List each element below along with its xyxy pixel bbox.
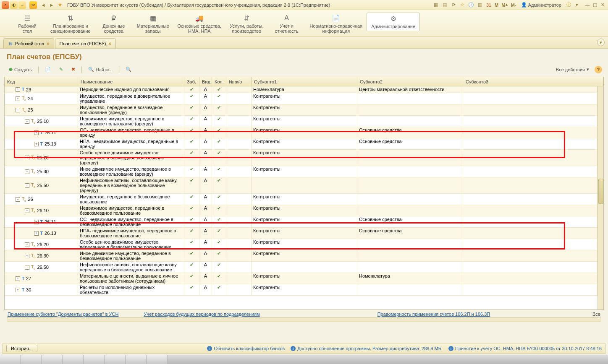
toolbar-item-2[interactable]: ₽Денежныесредства (95, 13, 133, 35)
table-row[interactable]: +T23Периодические издания для пользовани… (5, 86, 598, 93)
status-msg-3[interactable]: iПринятие к учету ОС, НМА, НПА БУ00-0000… (448, 346, 602, 351)
tool-icon-1[interactable]: ▦ (432, 1, 440, 9)
tab-chart-close[interactable]: × (108, 41, 111, 46)
col-sub1[interactable]: Субконто1 (252, 77, 357, 86)
col-zab[interactable]: Заб. (184, 77, 199, 86)
link-subkonto[interactable]: Применение субконто "Документы расчетов"… (8, 312, 118, 317)
info-dd-icon[interactable]: ▾ (573, 1, 581, 9)
link-all[interactable]: Все (592, 312, 600, 317)
help-button[interactable]: ? (595, 66, 602, 73)
tree-expander[interactable]: − (16, 197, 20, 202)
link-accounts-106[interactable]: Правомерность применения счетов 106.2П и… (377, 312, 490, 317)
tree-expander[interactable]: + (25, 169, 29, 174)
col-name[interactable]: Наименование (78, 77, 184, 86)
table-row[interactable]: +T25.11ОС- недвижимое имущество, передан… (5, 127, 598, 138)
tree-expander[interactable]: + (25, 265, 29, 270)
table-row[interactable]: +To25.20Особо ценное движимое имущество,… (5, 150, 598, 166)
grid-body[interactable]: +T23Периодические издания для пользовани… (5, 86, 598, 309)
nav-back-icon[interactable]: ◄ (39, 1, 47, 9)
favorite-star-icon[interactable]: ★ (56, 1, 64, 9)
tree-expander[interactable]: + (25, 254, 29, 258)
tree-expander[interactable]: + (34, 130, 39, 135)
tab-desktop[interactable]: 🖥 Рабочий стол × (3, 38, 54, 48)
copy-button[interactable]: 📄 (42, 65, 54, 73)
table-row[interactable]: −To25Имущество, переданное в возмездное … (5, 104, 598, 116)
tree-expander[interactable]: + (34, 220, 39, 224)
tree-expander[interactable]: + (25, 242, 29, 247)
tree-expander[interactable]: + (34, 231, 39, 236)
toolbar-item-8[interactable]: ⚙Администрирование (367, 13, 420, 31)
table-row[interactable]: +To26.50Нефинансовые активы, составляющи… (5, 262, 598, 273)
tool-star-icon[interactable]: ☆ (459, 1, 466, 9)
tree-expander[interactable]: + (16, 276, 20, 281)
history-button[interactable]: История... (6, 345, 37, 352)
tree-expander[interactable]: + (16, 288, 20, 292)
table-row[interactable]: +To25.30Иное движимое имущество, передан… (5, 166, 598, 177)
tab-desktop-close[interactable]: × (47, 41, 49, 46)
info-icon[interactable]: ⓘ (565, 2, 572, 8)
mem-m[interactable]: M (494, 3, 499, 8)
zoom-button[interactable]: 🔍 (123, 65, 134, 73)
tool-calendar-icon[interactable]: 31 (485, 1, 493, 9)
scrollbar-horizontal[interactable] (7, 317, 601, 322)
win-close-icon[interactable]: ✕ (599, 1, 606, 9)
tool-history-icon[interactable]: 🕓 (467, 1, 475, 9)
tree-expander[interactable]: − (16, 108, 20, 112)
win-minimize-icon[interactable]: — (584, 1, 591, 9)
col-code[interactable]: Код (5, 77, 78, 86)
mem-mminus[interactable]: M- (510, 3, 517, 8)
create-button[interactable]: ⊕ Создать (6, 65, 35, 73)
delete-button[interactable]: ✖ (68, 65, 78, 73)
toolbar-item-7[interactable]: 📄Нормативно-справочнаяинформация (305, 13, 367, 35)
edit-button[interactable]: ✎ (56, 65, 66, 73)
table-row[interactable]: −To25.10Недвижимое имущество, переданное… (5, 116, 598, 127)
find-button[interactable]: 🔍 Найти... (85, 65, 116, 73)
table-row[interactable]: +To26.30Иное движимое имущество, передан… (5, 250, 598, 262)
win-close-top[interactable]: × (2, 1, 9, 9)
table-row[interactable]: +T27Материальные ценности, выданные в ли… (5, 273, 598, 284)
col-nzo[interactable]: № ж/о (226, 77, 252, 86)
nav-fwd-icon[interactable]: ► (48, 1, 55, 9)
link-future-costs[interactable]: Учет расходов будущих периодов по подраз… (144, 312, 259, 317)
col-kol[interactable]: Кол. (212, 77, 226, 86)
col-sub3[interactable]: Субконто3 (463, 77, 603, 86)
table-row[interactable]: −To26Имущество, переданное в безвозмездн… (5, 194, 598, 205)
win-restore-top[interactable]: ◐ (10, 1, 18, 9)
toolbar-item-6[interactable]: AУчет иотчетность (267, 13, 305, 35)
tree-expander[interactable]: − (25, 208, 29, 213)
toolbar-item-4[interactable]: 🚚Основные средства, НМА, НПА (173, 13, 226, 35)
status-msg-2[interactable]: iДоступно обновление программы. Размер д… (291, 346, 443, 351)
col-sub2[interactable]: Субконто2 (357, 77, 463, 86)
col-vid[interactable]: Вид (199, 77, 212, 86)
table-row[interactable]: +T30Расчеты по исполнению денежных обяза… (5, 284, 598, 296)
all-actions-button[interactable]: Все действия ▾ (553, 65, 592, 73)
table-row[interactable]: +To25.50Нефинансовые активы, составляющи… (5, 177, 598, 194)
tree-expander[interactable]: − (25, 119, 29, 124)
tool-icon-3[interactable]: ⟳ (450, 1, 457, 9)
user-block[interactable]: 👤 Администратор (521, 2, 561, 8)
table-row[interactable]: +To24Имущество, переданное в доверительн… (5, 93, 598, 104)
win-maximize-icon[interactable]: ▢ (591, 1, 599, 9)
toolbar-item-0[interactable]: ☰Рабочийстол (8, 13, 46, 35)
tool-calc-icon[interactable]: ▥ (476, 1, 484, 9)
toolbar-item-3[interactable]: ▦Материальныезапасы (133, 13, 173, 35)
collapse-tabs-icon[interactable]: ▾ (597, 39, 605, 46)
tree-expander[interactable]: + (16, 96, 20, 101)
table-row[interactable]: +To26.20Особо ценное движимое имущество,… (5, 239, 598, 250)
win-min-top[interactable]: – (18, 1, 26, 9)
mem-mplus[interactable]: M+ (501, 3, 509, 8)
table-row[interactable]: +T25.13НПА - недвижимое имущество, перед… (5, 138, 598, 150)
tree-expander[interactable]: + (34, 142, 39, 146)
tool-icon-2[interactable]: ▤ (441, 1, 448, 9)
table-row[interactable]: −To26.10Недвижимое имущество, переданное… (5, 205, 598, 216)
tree-expander[interactable]: + (16, 87, 20, 92)
scroll-thumb[interactable] (598, 179, 603, 204)
table-row[interactable]: +T26.13НПА- недвижимое имущество, переда… (5, 228, 598, 239)
tree-expander[interactable]: + (25, 183, 29, 188)
tab-chart-accounts[interactable]: План счетов (ЕПСБУ) × (55, 38, 116, 48)
tree-expander[interactable]: + (25, 156, 29, 160)
status-msg-1[interactable]: iОбновить классификатор банков (207, 346, 285, 351)
toolbar-item-1[interactable]: ⇅Планирование исанкционирование (46, 13, 95, 35)
table-row[interactable]: +T26.11ОС- недвижимое имущество, передан… (5, 216, 598, 228)
scrollbar-vertical[interactable] (598, 86, 603, 309)
